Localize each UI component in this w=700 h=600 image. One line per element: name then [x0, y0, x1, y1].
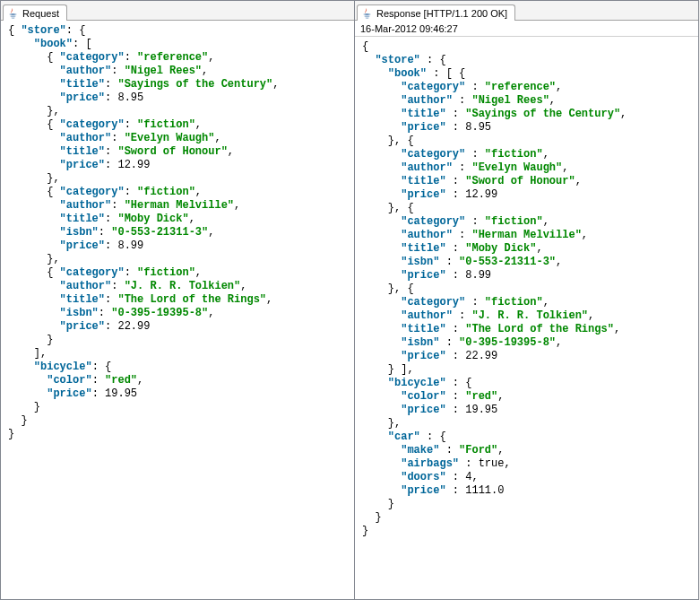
request-tab-label: Request — [22, 8, 59, 19]
java-icon — [361, 7, 373, 19]
request-tab-bar: Request — [1, 1, 354, 21]
response-content[interactable]: { "store" : { "book" : [ { "category" : … — [355, 37, 698, 599]
response-tab-label: Response [HTTP/1.1 200 OK] — [376, 8, 507, 19]
response-timestamp: 16-Mar-2012 09:46:27 — [355, 21, 698, 37]
request-content[interactable]: { "store": { "book": [ { "category": "re… — [1, 21, 354, 599]
java-icon — [7, 7, 19, 19]
response-tab[interactable]: Response [HTTP/1.1 200 OK] — [357, 4, 515, 21]
request-tab[interactable]: Request — [3, 4, 67, 21]
response-panel: Response [HTTP/1.1 200 OK] 16-Mar-2012 0… — [354, 0, 699, 600]
response-tab-bar: Response [HTTP/1.1 200 OK] — [355, 1, 698, 21]
request-panel: Request { "store": { "book": [ { "catego… — [0, 0, 355, 600]
